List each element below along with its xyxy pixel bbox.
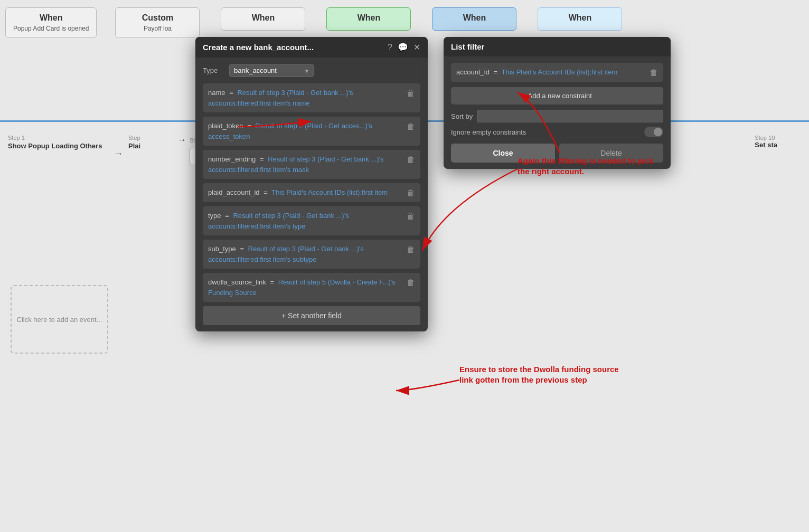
trash-plaid-account-id[interactable]: 🗑: [407, 188, 415, 198]
constraint-row: account_id = This Plaid's Account IDs (l…: [451, 63, 663, 82]
step10-label: Step 10: [755, 135, 777, 141]
trash-number-ending[interactable]: 🗑: [407, 155, 415, 165]
trash-name[interactable]: 🗑: [407, 89, 415, 98]
field-row-type: type = Result of step 3 (Plaid - Get ban…: [203, 206, 420, 235]
type-label: Type: [203, 66, 224, 74]
trash-plaid-token[interactable]: 🗑: [407, 122, 415, 131]
type-row: Type bank_account: [203, 64, 420, 77]
help-icon[interactable]: ?: [388, 43, 392, 52]
constraint-content: account_id = This Plaid's Account IDs (l…: [456, 67, 650, 78]
field-row-sub-type: sub_type = Result of step 3 (Plaid - Get…: [203, 240, 420, 269]
field-key-dwolla: dwolla_source_link: [208, 278, 266, 286]
field-value-plaid-account-id: This Plaid's Account IDs (list):first it…: [271, 188, 388, 196]
ignore-label: Ignore empty constraints: [451, 128, 526, 136]
empty-event-card[interactable]: Click here to add an event...: [11, 285, 108, 354]
create-bank-account-modal: Create a new bank_account... ? 💬 ✕ Type …: [195, 37, 428, 331]
card-subtitle-when1: Popup Add Card is opened: [13, 25, 89, 32]
list-filter-body: account_id = This Plaid's Account IDs (l…: [444, 56, 671, 169]
annotation-filtering-text: Again this filtering is needed to pickth…: [518, 156, 654, 176]
trash-sub-type[interactable]: 🗑: [407, 245, 415, 254]
field-eq-name: =: [229, 89, 233, 97]
field-key-number-ending: number_ending: [208, 155, 256, 163]
sort-by-row: Sort by: [451, 110, 663, 122]
field-row-dwolla: dwolla_source_link = Result of step 5 (D…: [203, 273, 420, 302]
step2-name: Plai: [128, 142, 171, 150]
constraint-value: This Plaid's Account IDs (list):first it…: [502, 68, 618, 76]
trash-type[interactable]: 🗑: [407, 212, 415, 221]
annotation-dwolla-text: Ensure to store the Dwolla funding sourc…: [459, 364, 619, 385]
workflow-card-when1[interactable]: When Popup Add Card is opened: [0, 0, 102, 43]
card-title-when4: When: [440, 13, 509, 23]
step1-name: Show Popup Loading Others: [8, 142, 108, 150]
modal-title: Create a new bank_account...: [203, 43, 314, 52]
list-filter-title: List filter: [451, 42, 484, 51]
field-key-type: type: [208, 212, 221, 220]
arrow-2: →: [177, 135, 186, 146]
constraint-key: account_id: [456, 68, 490, 76]
workflow-card-custom[interactable]: Custom Payoff loa: [107, 0, 208, 43]
type-select-wrapper[interactable]: bank_account: [229, 64, 314, 77]
field-row-name: name = Result of step 3 (Plaid - Get ban…: [203, 83, 420, 112]
annotation-filtering: Again this filtering is needed to pickth…: [518, 156, 654, 176]
modal-body: Type bank_account name = Result of step …: [195, 58, 428, 331]
card-title-when1: When: [13, 13, 89, 23]
step1-label: Step 1: [8, 135, 108, 141]
field-key-plaid-token: plaid_token: [208, 122, 243, 130]
card-title-when5: When: [545, 13, 614, 23]
step10-block: Step 10 Set sta: [755, 135, 777, 149]
set-another-button[interactable]: + Set another field: [203, 306, 420, 325]
trash-dwolla[interactable]: 🗑: [407, 278, 415, 288]
modal-header: Create a new bank_account... ? 💬 ✕: [195, 37, 428, 58]
ignore-row: Ignore empty constraints: [451, 127, 663, 137]
list-filter-modal: List filter account_id = This Plaid's Ac…: [444, 37, 671, 169]
modal-header-icons: ? 💬 ✕: [388, 42, 420, 52]
arrow-1: →: [114, 148, 123, 159]
list-filter-header: List filter: [444, 37, 671, 56]
empty-event-text: Click here to add an event...: [17, 316, 102, 324]
annotation-dwolla: Ensure to store the Dwolla funding sourc…: [459, 364, 619, 385]
step2-label: Step: [128, 135, 171, 141]
constraint-trash[interactable]: 🗑: [650, 68, 658, 78]
field-value-type: Result of step 3 (Plaid - Get bank ...)'…: [208, 212, 349, 230]
card-title-when2: When: [229, 13, 297, 23]
field-row-plaid-token: plaid_token = Result of step 2 (Plaid - …: [203, 117, 420, 146]
card-title-custom: Custom: [123, 13, 192, 23]
sort-by-input[interactable]: [477, 110, 663, 122]
step10-name: Set sta: [755, 141, 777, 149]
add-constraint-button[interactable]: + Add a new constraint: [451, 87, 663, 104]
field-row-plaid-account-id: plaid_account_id = This Plaid's Account …: [203, 183, 420, 202]
chat-icon[interactable]: 💬: [398, 42, 408, 52]
close-icon[interactable]: ✕: [413, 42, 420, 52]
ignore-toggle[interactable]: [644, 127, 663, 137]
field-row-number-ending: number_ending = Result of step 3 (Plaid …: [203, 150, 420, 179]
field-key-name: name: [208, 89, 225, 97]
type-select[interactable]: bank_account: [229, 64, 314, 77]
field-key-plaid-account-id: plaid_account_id: [208, 188, 260, 196]
card-title-when3: When: [334, 13, 403, 23]
sort-by-label: Sort by: [451, 112, 473, 120]
card-subtitle-custom: Payoff loa: [123, 25, 192, 32]
field-key-sub-type: sub_type: [208, 245, 236, 253]
